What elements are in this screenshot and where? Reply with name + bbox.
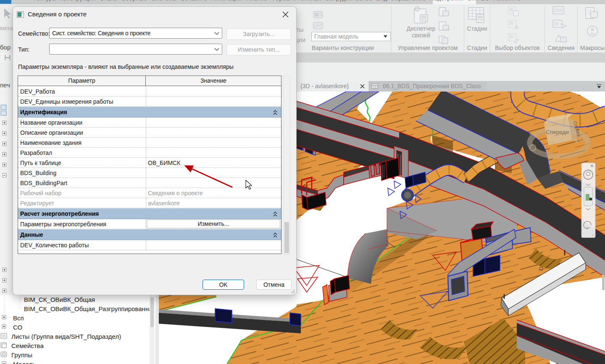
svg-text:Спереди: Спереди (546, 129, 569, 135)
